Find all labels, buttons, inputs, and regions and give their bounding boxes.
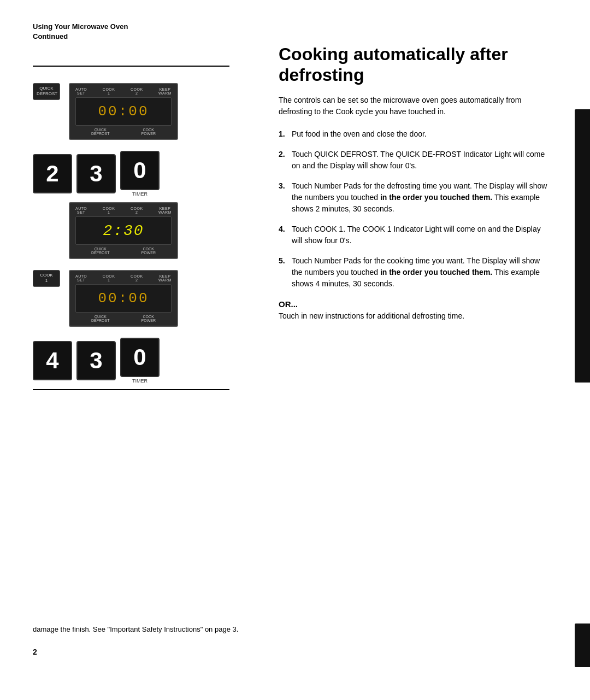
panel-top-labels-3: AUTOSET COOK1 COOK2 KEEPWARM bbox=[75, 274, 172, 282]
step-number-4: 4. bbox=[279, 223, 287, 246]
step-text-2: Touch QUICK DEFROST. The QUICK DE-FROST … bbox=[292, 149, 552, 172]
label-keep-warm-1: KEEPWARM bbox=[158, 87, 172, 95]
timer-label-2: TIMER bbox=[132, 378, 148, 384]
step-text-5-bold: in the order you touched them. bbox=[380, 268, 492, 277]
num-button-2[interactable]: 2 bbox=[33, 154, 72, 193]
step-text-4: Touch COOK 1. The COOK 1 Indicator Light… bbox=[292, 223, 552, 246]
page-number: 2 bbox=[33, 648, 37, 656]
display-value-3: 00:00 bbox=[98, 290, 149, 307]
label-cook1-2: COOK1 bbox=[103, 207, 115, 214]
num-button-3a[interactable]: 3 bbox=[76, 154, 116, 193]
divider-top bbox=[33, 66, 229, 67]
panel-group-3: COOK1 AUTOSET COOK1 COOK2 KEEPWARM 00:00… bbox=[33, 270, 262, 327]
num-label-3a: 3 bbox=[90, 161, 102, 187]
num-button-0a[interactable]: 0 bbox=[120, 151, 160, 190]
panel-group-2: AUTOSET COOK1 COOK2 KEEPWARM 2:30 QUICKD… bbox=[33, 202, 262, 259]
bottom-text-content: damage the finish. See "Important Safety… bbox=[33, 625, 238, 633]
num-label-3b: 3 bbox=[90, 348, 102, 374]
label-cook2-2: COOK2 bbox=[131, 207, 143, 214]
display-screen-2: 2:30 bbox=[75, 216, 172, 245]
breadcrumb: Using Your Microwave Oven Continued bbox=[33, 22, 128, 42]
microwave-panel-1: AUTOSET COOK1 COOK2 KEEPWARM 00:00 QUICK… bbox=[69, 83, 178, 140]
number-row-1: 2 3 0 TIMER bbox=[33, 151, 262, 197]
quick-defrost-label: QUICKDEFROST bbox=[37, 86, 57, 96]
panel-group-1: QUICKDEFROST AUTOSET COOK1 COOK2 KEEPWAR… bbox=[33, 83, 262, 140]
header-section: Using Your Microwave Oven Continued bbox=[33, 22, 128, 42]
binding-strip-bottom bbox=[575, 623, 590, 667]
num-label-4: 4 bbox=[46, 348, 58, 374]
divider-bottom bbox=[33, 389, 229, 390]
breadcrumb-line2: Continued bbox=[33, 32, 68, 40]
left-column: QUICKDEFROST AUTOSET COOK1 COOK2 KEEPWAR… bbox=[33, 66, 262, 407]
step-list: 1. Put food in the oven and close the do… bbox=[279, 128, 552, 290]
label-keep-warm-3: KEEPWARM bbox=[158, 274, 172, 282]
num-label-0b: 0 bbox=[133, 344, 146, 370]
step-item-4: 4. Touch COOK 1. The COOK 1 Indicator Li… bbox=[279, 223, 552, 246]
or-label: OR... bbox=[279, 299, 298, 309]
step-item-2: 2. Touch QUICK DEFROST. The QUICK DE-FRO… bbox=[279, 149, 552, 172]
panel-top-labels-2: AUTOSET COOK1 COOK2 KEEPWARM bbox=[75, 207, 172, 214]
microwave-panel-3: AUTOSET COOK1 COOK2 KEEPWARM 00:00 QUICK… bbox=[69, 270, 178, 327]
label-cook2-3: COOK2 bbox=[131, 274, 143, 282]
step-number-3: 3. bbox=[279, 180, 287, 215]
panel-row-3: COOK1 AUTOSET COOK1 COOK2 KEEPWARM 00:00… bbox=[33, 270, 262, 327]
page-container: Using Your Microwave Oven Continued QUIC… bbox=[0, 0, 590, 700]
timer-label-1: TIMER bbox=[132, 191, 148, 197]
right-column: Cooking automatically after defrosting T… bbox=[279, 44, 563, 322]
panel-row-2: AUTOSET COOK1 COOK2 KEEPWARM 2:30 QUICKD… bbox=[33, 202, 262, 259]
or-section: OR... Touch in new instructions for addi… bbox=[279, 298, 552, 322]
display-value-1: 00:00 bbox=[98, 103, 149, 120]
or-text: Touch in new instructions for additional… bbox=[279, 311, 464, 320]
number-row-2: 4 3 0 TIMER bbox=[33, 338, 262, 384]
label-auto-set-3: AUTOSET bbox=[75, 274, 87, 282]
label-cook-power-1: COOKPOWER bbox=[141, 128, 156, 136]
label-cook-power-2: COOKPOWER bbox=[141, 247, 156, 255]
panel-bottom-labels-3: QUICKDEFROST COOKPOWER bbox=[75, 315, 172, 322]
timer-wrapper-1: 0 TIMER bbox=[120, 151, 160, 197]
label-quick-defrost-1: QUICKDEFROST bbox=[91, 128, 109, 136]
label-cook2-1: COOK2 bbox=[131, 87, 143, 95]
cook1-label: COOK1 bbox=[40, 273, 53, 283]
num-label-0a: 0 bbox=[133, 157, 146, 184]
step-text-3: Touch Number Pads for the defrosting tim… bbox=[292, 180, 552, 215]
label-keep-warm-2: KEEPWARM bbox=[158, 207, 172, 214]
label-cook1-3: COOK1 bbox=[103, 274, 115, 282]
num-button-0b[interactable]: 0 bbox=[120, 338, 160, 377]
display-screen-3: 00:00 bbox=[75, 284, 172, 313]
step-number-1: 1. bbox=[279, 128, 287, 140]
panel-top-labels-1: AUTOSET COOK1 COOK2 KEEPWARM bbox=[75, 87, 172, 95]
num-button-3b[interactable]: 3 bbox=[76, 341, 116, 380]
label-cook1-1: COOK1 bbox=[103, 87, 115, 95]
timer-wrapper-2: 0 TIMER bbox=[120, 338, 160, 384]
step-text-3-bold: in the order you touched them. bbox=[380, 193, 492, 202]
binding-strip-top bbox=[575, 109, 590, 383]
cook1-button[interactable]: COOK1 bbox=[33, 270, 60, 287]
step-item-5: 5. Touch Number Pads for the cooking tim… bbox=[279, 255, 552, 290]
step-item-1: 1. Put food in the oven and close the do… bbox=[279, 128, 552, 140]
intro-text: The controls can be set so the microwave… bbox=[279, 95, 552, 117]
step-text-5: Touch Number Pads for the cooking time y… bbox=[292, 255, 552, 290]
step-text-1: Put food in the oven and close the door. bbox=[292, 128, 552, 140]
microwave-panel-2: AUTOSET COOK1 COOK2 KEEPWARM 2:30 QUICKD… bbox=[69, 202, 178, 259]
quick-defrost-button[interactable]: QUICKDEFROST bbox=[33, 83, 60, 100]
display-screen-1: 00:00 bbox=[75, 97, 172, 126]
main-title: Cooking automatically after defrosting bbox=[279, 44, 552, 86]
panel-bottom-labels-1: QUICKDEFROST COOKPOWER bbox=[75, 128, 172, 136]
panel-bottom-labels-2: QUICKDEFROST COOKPOWER bbox=[75, 247, 172, 255]
step-item-3: 3. Touch Number Pads for the defrosting … bbox=[279, 180, 552, 215]
breadcrumb-line1: Using Your Microwave Oven bbox=[33, 22, 128, 31]
label-cook-power-3: COOKPOWER bbox=[141, 315, 156, 322]
label-quick-defrost-2: QUICKDEFROST bbox=[91, 247, 109, 255]
bottom-text: damage the finish. See "Important Safety… bbox=[33, 624, 238, 635]
step-number-5: 5. bbox=[279, 255, 287, 290]
num-label-2: 2 bbox=[46, 161, 58, 187]
panel-row-1: QUICKDEFROST AUTOSET COOK1 COOK2 KEEPWAR… bbox=[33, 83, 262, 140]
label-auto-set-2: AUTOSET bbox=[75, 207, 87, 214]
display-value-2: 2:30 bbox=[103, 222, 144, 239]
num-button-4[interactable]: 4 bbox=[33, 341, 72, 380]
label-quick-defrost-3: QUICKDEFROST bbox=[91, 315, 109, 322]
label-auto-set-1: AUTOSET bbox=[75, 87, 87, 95]
step-number-2: 2. bbox=[279, 149, 287, 172]
